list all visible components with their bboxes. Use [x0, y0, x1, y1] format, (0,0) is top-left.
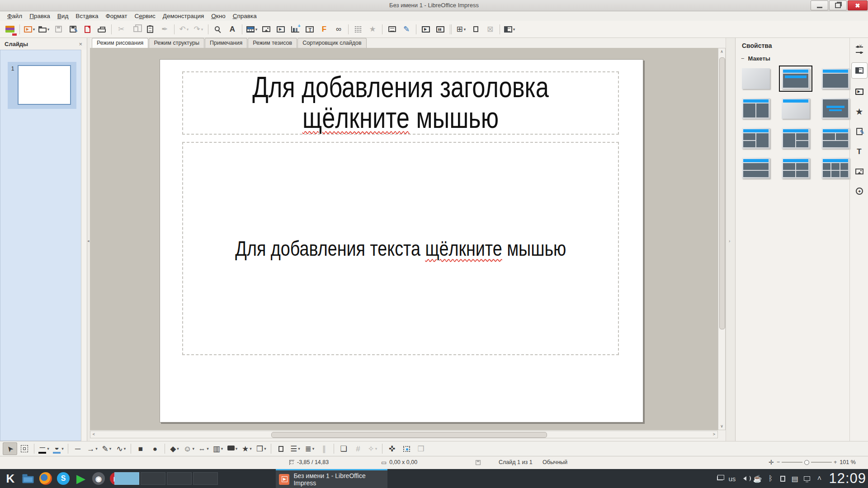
sidebar-settings[interactable] — [852, 42, 867, 56]
align-objects-dropdown-icon[interactable]: ▾ — [298, 446, 300, 451]
lines-and-arrows-dropdown-icon[interactable]: ▾ — [95, 446, 98, 451]
slide-layout-dropdown-icon[interactable]: ▾ — [513, 27, 515, 32]
scroll-down-icon[interactable]: ∨ — [718, 423, 725, 430]
display-icon[interactable] — [803, 476, 811, 481]
layouts-collapse-icon[interactable]: − — [741, 55, 745, 62]
layout-two-content[interactable] — [742, 98, 770, 119]
open-file-dropdown-icon[interactable]: ▾ — [47, 27, 50, 32]
sidebar-splitter[interactable]: › — [726, 38, 736, 441]
stars-and-banners-dropdown-icon[interactable]: ▾ — [250, 446, 252, 451]
tab-сортировщик-слайдов[interactable]: Сортировщик слайдов — [297, 38, 366, 48]
layout-centered-text[interactable] — [821, 98, 849, 119]
zoom-percent[interactable]: 101 % — [840, 459, 855, 465]
fontwork-button[interactable]: F — [317, 23, 331, 36]
new-presentation-button[interactable]: ▾ — [22, 23, 37, 36]
tab-режим-рисования[interactable]: Режим рисования — [92, 38, 148, 48]
curves-and-polygons-button[interactable]: ✎▾ — [99, 442, 114, 455]
symbol-shapes-dropdown-icon[interactable]: ▾ — [192, 446, 194, 451]
basic-shapes-button[interactable]: ◆▾ — [167, 442, 182, 455]
fill-color-button[interactable]: ◒▾ — [51, 442, 66, 455]
new-slide-button[interactable]: ⊞▾ — [454, 23, 468, 36]
layout-grid-2x2[interactable] — [782, 158, 810, 178]
duplicate-slide-button[interactable] — [468, 23, 483, 36]
find-and-replace-button[interactable] — [211, 23, 225, 36]
edit-points-button[interactable]: ✜ — [385, 442, 399, 455]
file-manager-icon[interactable] — [20, 471, 36, 486]
horizontal-scrollbar[interactable]: < > — [90, 431, 718, 438]
zoom-slider-knob[interactable] — [804, 460, 809, 465]
virtual-desktop-4[interactable] — [193, 472, 218, 485]
tab-примечания[interactable]: Примечания — [205, 38, 247, 48]
layout-two-rows[interactable] — [742, 158, 770, 178]
taskbar-task-impress[interactable]: Без имени 1 - LibreOffice Impress — [276, 469, 387, 488]
flowchart-shapes-dropdown-icon[interactable]: ▾ — [221, 446, 223, 451]
insert-hyperlink-button[interactable]: ∞ — [331, 23, 346, 36]
styles-tab[interactable]: T — [852, 145, 867, 158]
callout-shapes-button[interactable]: ▾ — [225, 442, 240, 455]
menu-окно[interactable]: Окно — [208, 12, 229, 20]
master-slides-tab[interactable] — [852, 125, 867, 138]
character-formatting-button[interactable]: A — [225, 23, 240, 36]
zoom-slider-track2[interactable] — [811, 462, 832, 463]
gallery-tab[interactable] — [852, 164, 867, 178]
menu-правка[interactable]: Правка — [26, 12, 54, 20]
arrange-objects-button[interactable]: ≣▾ — [302, 442, 317, 455]
insert-image-button[interactable] — [259, 23, 274, 36]
ellipse-tool-button[interactable]: ● — [148, 442, 162, 455]
menu-демонстрация[interactable]: Демонстрация — [159, 12, 208, 20]
insert-table-dropdown-icon[interactable]: ▾ — [255, 27, 258, 32]
line-color-button[interactable]: ─▾ — [37, 442, 51, 455]
maximize-button[interactable] — [829, 0, 847, 10]
slide-edit-area[interactable]: Для добавления заголовка щёлкните мышью … — [160, 59, 643, 422]
layout-title-content[interactable] — [782, 68, 810, 89]
slides-panel-scrollbar[interactable] — [81, 50, 87, 441]
insert-media-button[interactable] — [274, 23, 288, 36]
menu-файл[interactable]: Файл — [4, 12, 26, 20]
connectors-dropdown-icon[interactable]: ▾ — [124, 446, 126, 451]
body-placeholder[interactable]: Для добавления текста щёлкните мышью — [182, 142, 619, 355]
symbol-shapes-button[interactable]: ☺▾ — [182, 442, 196, 455]
zoom-pan-tool-button[interactable] — [17, 442, 32, 455]
zoom-slider[interactable]: − + — [777, 459, 837, 465]
shadow-button[interactable]: ❏ — [336, 442, 351, 455]
callout-shapes-dropdown-icon[interactable]: ▾ — [236, 446, 238, 451]
firefox-icon[interactable] — [38, 471, 53, 486]
show-draw-functions-button[interactable]: ✎ — [399, 23, 414, 36]
layout-title-big-content[interactable] — [821, 68, 849, 89]
menu-справка[interactable]: Справка — [229, 12, 260, 20]
slide-layout-button[interactable]: ▾ — [502, 23, 517, 36]
curves-and-polygons-dropdown-icon[interactable]: ▾ — [109, 446, 112, 451]
vertical-scroll-thumb[interactable] — [719, 57, 725, 329]
open-file-button[interactable]: ▾ — [37, 23, 51, 36]
volume-icon[interactable] — [741, 476, 748, 481]
display-grid-button[interactable] — [351, 23, 365, 36]
start-slideshow-button[interactable] — [419, 23, 433, 36]
3d-objects-button[interactable]: ❒▾ — [254, 442, 269, 455]
basic-shapes-dropdown-icon[interactable]: ▾ — [177, 446, 179, 451]
scroll-up-icon[interactable]: ∧ — [718, 48, 725, 55]
line-color-dropdown-icon[interactable]: ▾ — [47, 446, 49, 451]
layout-two-left-one-right[interactable] — [742, 128, 770, 149]
menu-формат[interactable]: Формат — [102, 12, 131, 20]
virtual-desktop-1[interactable] — [114, 472, 139, 485]
network-monitor-icon[interactable] — [716, 477, 723, 480]
arrange-objects-dropdown-icon[interactable]: ▾ — [312, 446, 315, 451]
properties-tab[interactable] — [851, 62, 868, 79]
align-objects-button[interactable]: ☰▾ — [288, 442, 302, 455]
virtual-desktop-3[interactable] — [167, 472, 192, 485]
zoom-slider-track[interactable] — [782, 462, 802, 463]
insert-table-button[interactable]: ▾ — [245, 23, 259, 36]
animation-tab[interactable]: ★ — [852, 105, 867, 118]
flowchart-shapes-button[interactable]: ▥▾ — [211, 442, 225, 455]
clipboard-icon[interactable] — [779, 476, 786, 482]
menu-вид[interactable]: Вид — [54, 12, 72, 20]
slides-panel-close-icon[interactable]: × — [79, 41, 82, 47]
tab-режим-тезисов[interactable]: Режим тезисов — [248, 38, 297, 48]
horizontal-scroll-thumb[interactable] — [271, 432, 547, 438]
title-placeholder[interactable]: Для добавления заголовка щёлкните мышью — [182, 71, 619, 135]
minimize-button[interactable] — [811, 0, 828, 10]
video-editor-icon[interactable]: ◉ — [91, 471, 106, 486]
navigator-tab[interactable] — [852, 184, 867, 198]
insert-textbox-button[interactable] — [302, 23, 317, 36]
scroll-right-icon[interactable]: > — [711, 431, 717, 438]
